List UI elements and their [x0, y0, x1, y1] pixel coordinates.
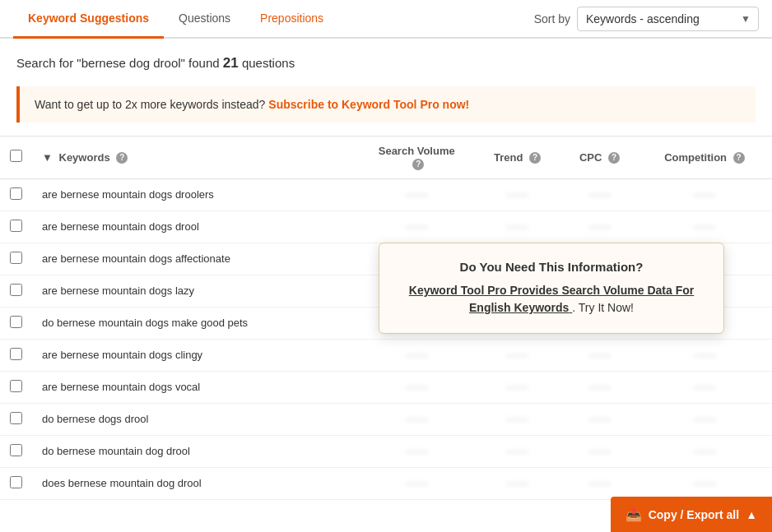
sort-area: Sort by Keywords - ascending Keywords - … [534, 7, 759, 31]
row-checkbox[interactable] [10, 380, 22, 392]
table-body: are bernese mountain dogs droolers——————… [0, 178, 772, 499]
keyword-cell: are bernese mountain dogs drool [32, 210, 360, 243]
banner-text-before: Want to get up to 2x more keywords inste… [35, 98, 265, 111]
competition-cell: —— [637, 403, 772, 435]
row-checkbox[interactable] [10, 316, 22, 328]
cpc-cell: —— [562, 435, 637, 467]
volume-help-icon[interactable]: ? [412, 159, 424, 170]
row-checkbox-cell [0, 371, 32, 403]
copy-export-button[interactable]: 📤 Copy / Export all ▲ [611, 497, 772, 500]
competition-cell: —— [637, 339, 772, 371]
keyword-cell: are bernese mountain dogs lazy [32, 275, 360, 307]
keyword-cell: are bernese mountain dogs affectionate [32, 243, 360, 275]
competition-help-icon[interactable]: ? [733, 152, 745, 164]
volume-cell: —— [360, 339, 472, 371]
row-checkbox-cell [0, 435, 32, 467]
cpc-cell: —— [562, 210, 637, 243]
volume-cell: —— [360, 371, 472, 403]
row-checkbox[interactable] [10, 476, 22, 488]
header-competition: Competition ? [637, 136, 772, 179]
row-checkbox[interactable] [10, 348, 22, 360]
trend-cell: —— [472, 339, 562, 371]
volume-cell: —— [360, 467, 472, 499]
sort-select-wrapper: Keywords - ascending Keywords - descendi… [577, 7, 759, 31]
trend-help-icon[interactable]: ? [529, 152, 541, 164]
competition-cell: —— [637, 435, 772, 467]
competition-cell: —— [637, 371, 772, 403]
tab-keyword-suggestions[interactable]: Keyword Suggestions [13, 0, 164, 39]
cpc-cell: —— [562, 371, 637, 403]
row-checkbox-cell [0, 275, 32, 307]
row-checkbox-cell [0, 178, 32, 210]
row-checkbox[interactable] [10, 252, 22, 264]
cpc-cell: —— [562, 467, 637, 499]
table-row: are bernese mountain dogs drool———————— [0, 210, 772, 243]
table-row: does bernese mountain dog drool———————— [0, 467, 772, 499]
promo-banner: Want to get up to 2x more keywords inste… [16, 86, 756, 123]
volume-cell: —— [360, 403, 472, 435]
header-search-volume: Search Volume ? [360, 136, 472, 179]
header-trend: Trend ? [472, 136, 562, 179]
row-checkbox[interactable] [10, 220, 22, 232]
table-row: are bernese mountain dogs clingy———————— [0, 339, 772, 371]
keyword-cell: do bernese mountain dogs make good pets [32, 307, 360, 339]
row-checkbox[interactable] [10, 187, 22, 200]
banner-link[interactable]: Subscribe to Keyword Tool Pro now! [268, 98, 469, 111]
trend-cell: —— [472, 435, 562, 467]
search-info-suffix: questions [242, 56, 295, 70]
cpc-cell: —— [562, 339, 637, 371]
row-checkbox-cell [0, 307, 32, 339]
search-result-count: 21 [223, 55, 239, 71]
cpc-help-icon[interactable]: ? [608, 152, 620, 164]
keyword-cell: are bernese mountain dogs clingy [32, 339, 360, 371]
volume-cell: —— [360, 210, 472, 243]
keywords-help-icon[interactable]: ? [116, 152, 128, 164]
volume-cell: —— [360, 435, 472, 467]
search-info-prefix: Search for "bernese dog drool" found [16, 56, 220, 70]
cpc-cell: —— [562, 178, 637, 210]
row-checkbox[interactable] [10, 412, 22, 424]
tooltip-link[interactable]: Keyword Tool Pro Provides Search Volume … [409, 284, 694, 314]
tooltip-popup: Do You Need This Information? Keyword To… [379, 243, 724, 334]
volume-cell: —— [360, 178, 472, 210]
header-checkbox-col [0, 136, 32, 179]
tab-questions[interactable]: Questions [164, 0, 245, 39]
keyword-cell: do bernese mountain dog drool [32, 435, 360, 467]
table-row: are bernese mountain dogs droolers——————… [0, 178, 772, 210]
tab-prepositions[interactable]: Prepositions [245, 0, 338, 39]
competition-cell: —— [637, 178, 772, 210]
table-row: do bernese dogs drool———————— [0, 403, 772, 435]
trend-cell: —— [472, 178, 562, 210]
keyword-cell: does bernese mountain dog drool [32, 467, 360, 499]
trend-cell: —— [472, 371, 562, 403]
table-header-row: ▼ Keywords ? Search Volume ? Trend ? CPC… [0, 136, 772, 179]
tooltip-title: Do You Need This Information? [399, 260, 704, 274]
row-checkbox-cell [0, 243, 32, 275]
keyword-cell: are bernese mountain dogs droolers [32, 178, 360, 210]
row-checkbox-cell [0, 403, 32, 435]
row-checkbox-cell [0, 467, 32, 499]
competition-cell: —— [637, 210, 772, 243]
table-row: are bernese mountain dogs vocal———————— [0, 371, 772, 403]
table-row: do bernese mountain dog drool———————— [0, 435, 772, 467]
competition-cell: —— [637, 467, 772, 499]
trend-cell: —— [472, 210, 562, 243]
search-info: Search for "bernese dog drool" found 21 … [0, 39, 772, 80]
sort-label: Sort by [534, 12, 570, 25]
row-checkbox-cell [0, 210, 32, 243]
row-checkbox-cell [0, 339, 32, 371]
row-checkbox[interactable] [10, 284, 22, 296]
tabs-bar: Keyword Suggestions Questions Prepositio… [0, 0, 772, 39]
trend-cell: —— [472, 467, 562, 499]
sort-arrow-icon: ▼ [42, 151, 53, 164]
keyword-cell: do bernese dogs drool [32, 403, 360, 435]
header-cpc: CPC ? [562, 136, 637, 179]
select-all-checkbox[interactable] [10, 150, 22, 162]
keyword-cell: are bernese mountain dogs vocal [32, 371, 360, 403]
header-keywords: ▼ Keywords ? [32, 136, 360, 179]
tooltip-body: Keyword Tool Pro Provides Search Volume … [399, 282, 704, 317]
trend-cell: —— [472, 403, 562, 435]
sort-select[interactable]: Keywords - ascending Keywords - descendi… [577, 7, 759, 31]
row-checkbox[interactable] [10, 444, 22, 456]
cpc-cell: —— [562, 403, 637, 435]
